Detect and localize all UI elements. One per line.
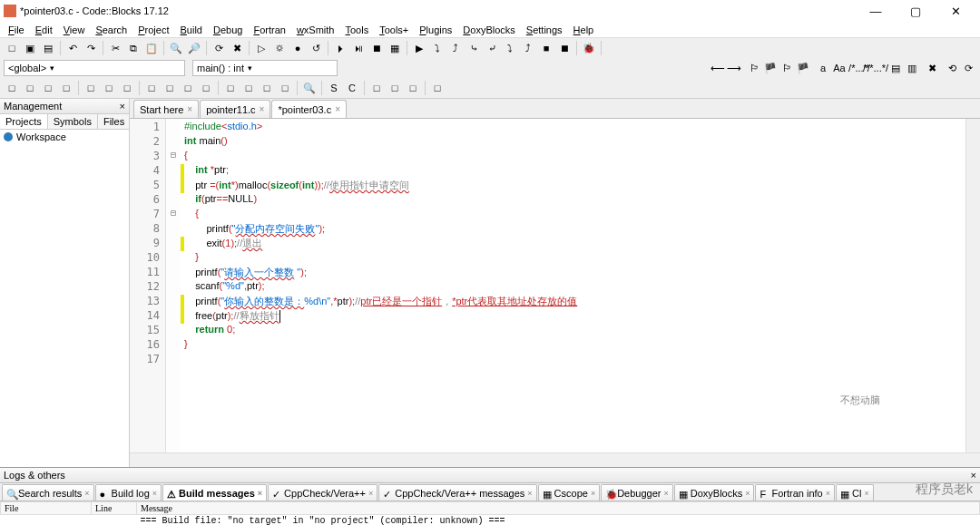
log-tab[interactable]: ▦DoxyBlocks× (674, 484, 755, 501)
toolbar-button[interactable]: ● (289, 40, 306, 56)
toolbar-button[interactable]: □ (4, 80, 20, 96)
toolbar-button[interactable]: □ (143, 80, 160, 96)
editor-tab[interactable]: *pointer03.c× (271, 100, 347, 118)
toolbar-button[interactable]: □ (429, 80, 446, 96)
toolbar-button[interactable]: a (815, 60, 831, 76)
toolbar-button[interactable]: 🔍 (301, 80, 318, 96)
toolbar-button[interactable]: ⛭ (271, 40, 288, 56)
log-tab[interactable]: ✓CppCheck/Vera++× (268, 484, 377, 501)
log-tab[interactable]: ⚠Build messages× (162, 484, 267, 501)
menu-edit[interactable]: Edit (31, 24, 57, 36)
toolbar-button[interactable]: 🏳 (746, 60, 762, 76)
toolbar-button[interactable]: □ (405, 80, 421, 96)
toolbar-button[interactable]: ✖ (229, 40, 245, 56)
log-tab[interactable]: ▦Cl× (836, 484, 874, 501)
toolbar-button[interactable]: ⟵ (710, 60, 726, 76)
build-messages-body[interactable]: FileLineMessage === Build file: "no targ… (0, 501, 980, 525)
toolbar-button[interactable]: □ (198, 80, 214, 96)
toolbar-button[interactable]: ▶ (411, 40, 427, 56)
code-editor[interactable]: 1234567891011121314151617 ⊟⊟ #include<st… (130, 119, 980, 452)
toolbar-button[interactable]: ▷ (253, 40, 270, 56)
toolbar-button[interactable]: ↺ (308, 40, 324, 56)
toolbar-button[interactable]: ⤷ (466, 40, 482, 56)
horizontal-scrollbar[interactable] (130, 452, 980, 467)
toolbar-button[interactable]: ⏯ (350, 40, 367, 56)
tab-close-icon[interactable]: × (187, 104, 192, 114)
minimize-button[interactable]: — (862, 5, 889, 18)
toolbar-button[interactable]: 🐞 (581, 40, 597, 56)
toolbar-button[interactable]: ⤶ (484, 40, 500, 56)
menu-help[interactable]: Help (569, 24, 599, 36)
toolbar-button[interactable]: /**...*/ (867, 60, 884, 76)
toolbar-button[interactable]: ⏹ (368, 40, 385, 56)
toolbar-button[interactable]: 🏳 (779, 60, 795, 76)
menu-plugins[interactable]: Plugins (415, 24, 456, 36)
log-tab[interactable]: 🐞Debugger× (601, 484, 673, 501)
management-close-icon[interactable]: × (120, 101, 125, 112)
toolbar-button[interactable]: ✖ (924, 60, 940, 76)
toolbar-button[interactable]: 🔍 (168, 40, 184, 56)
toolbar-button[interactable]: □ (40, 80, 56, 96)
toolbar-button[interactable]: ⤵ (502, 40, 518, 56)
scope-dropdown[interactable]: <global> (4, 60, 185, 76)
toolbar-button[interactable]: □ (277, 80, 293, 96)
toolbar-button[interactable]: □ (259, 80, 275, 96)
toolbar-button[interactable]: ▦ (387, 40, 403, 56)
toolbar-button[interactable]: 🏴 (795, 60, 811, 76)
workspace-item[interactable]: Workspace (4, 131, 125, 142)
toolbar-button[interactable]: □ (240, 80, 257, 96)
toolbar-button[interactable]: 🏴 (762, 60, 779, 76)
toolbar-button[interactable]: ⟶ (726, 60, 742, 76)
close-button[interactable]: ✕ (942, 5, 969, 18)
toolbar-button[interactable]: ⤴ (520, 40, 536, 56)
menu-fortran[interactable]: Fortran (249, 24, 289, 36)
menu-wxsmith[interactable]: wxSmith (292, 24, 339, 36)
menu-search[interactable]: Search (91, 24, 132, 36)
log-tab[interactable]: ✓CppCheck/Vera++ messages× (378, 484, 536, 501)
toolbar-button[interactable]: □ (368, 80, 385, 96)
toolbar-button[interactable]: ⤴ (447, 40, 464, 56)
toolbar-button[interactable]: ▣ (22, 40, 38, 56)
toolbar-button[interactable]: ⟳ (211, 40, 227, 56)
menu-debug[interactable]: Debug (209, 24, 247, 36)
logs-close-icon[interactable]: × (971, 470, 976, 481)
toolbar-button[interactable]: ⏵ (332, 40, 348, 56)
toolbar-button[interactable]: ■ (538, 40, 554, 56)
log-tab[interactable]: ▦Cscope× (538, 484, 601, 501)
toolbar-button[interactable]: □ (22, 80, 38, 96)
mgmt-tab-projects[interactable]: Projects (0, 114, 48, 129)
toolbar-button[interactable]: ↷ (83, 40, 99, 56)
menu-build[interactable]: Build (176, 24, 207, 36)
toolbar-button[interactable]: C (344, 80, 360, 96)
toolbar-button[interactable]: 🔎 (186, 40, 202, 56)
toolbar-button[interactable]: ▤ (40, 40, 56, 56)
log-tab[interactable]: FFortran info× (755, 484, 835, 501)
toolbar-button[interactable]: ✂ (107, 40, 123, 56)
editor-tab[interactable]: Start here× (133, 100, 199, 118)
log-tab[interactable]: 🔍Search results× (2, 484, 94, 501)
tab-close-icon[interactable]: × (260, 104, 265, 114)
toolbar-button[interactable]: ⟳ (960, 60, 976, 76)
toolbar-button[interactable]: 📋 (143, 40, 160, 56)
editor-tab[interactable]: pointer11.c× (200, 100, 270, 118)
toolbar-button[interactable]: ⟲ (944, 60, 960, 76)
mgmt-tab-symbols[interactable]: Symbols (48, 114, 98, 129)
menu-view[interactable]: View (59, 24, 90, 36)
vertical-scrollbar[interactable] (965, 119, 980, 452)
toolbar-button[interactable]: □ (387, 80, 403, 96)
toolbar-button[interactable]: □ (222, 80, 239, 96)
menu-tools+[interactable]: Tools+ (375, 24, 413, 36)
toolbar-button[interactable]: □ (162, 80, 178, 96)
maximize-button[interactable]: ▢ (902, 5, 929, 18)
toolbar-button[interactable]: ⤵ (429, 40, 446, 56)
menu-file[interactable]: File (4, 24, 29, 36)
toolbar-button[interactable]: ⧉ (125, 40, 142, 56)
menu-tools[interactable]: Tools (340, 24, 373, 36)
menu-project[interactable]: Project (133, 24, 173, 36)
toolbar-button[interactable]: S (326, 80, 342, 96)
function-dropdown[interactable]: main() : int (192, 60, 338, 76)
toolbar-button[interactable]: ▥ (904, 60, 920, 76)
toolbar-button[interactable]: ↶ (64, 40, 81, 56)
toolbar-button[interactable]: Aa (831, 60, 848, 76)
toolbar-button[interactable]: □ (101, 80, 117, 96)
